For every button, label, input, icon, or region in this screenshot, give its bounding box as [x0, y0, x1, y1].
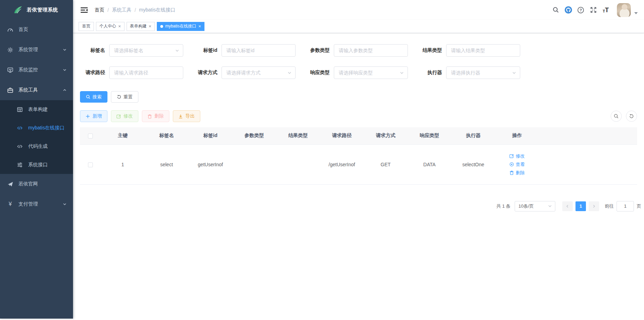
search-button[interactable]: 搜索 [80, 91, 107, 103]
search-icon [86, 95, 90, 99]
sidebar-item-label: 表单构建 [28, 106, 48, 113]
result-type-field[interactable] [446, 44, 520, 57]
next-page-button[interactable] [589, 201, 599, 211]
row-checkbox[interactable] [88, 162, 93, 167]
executor-select[interactable] [446, 66, 520, 79]
table-row[interactable]: 1 select getUserInof /getUserInof GET DA… [80, 144, 637, 184]
reset-button[interactable]: 重置 [111, 91, 138, 103]
plus-icon [86, 114, 90, 119]
tab-form-builder[interactable]: 表单构建 × [127, 22, 155, 31]
close-icon[interactable]: × [149, 24, 152, 29]
field-label: 结果类型 [417, 47, 446, 54]
row-edit-label: 修改 [516, 152, 525, 160]
page-1-button[interactable]: 1 [575, 201, 586, 211]
field-label: 标签名 [80, 47, 109, 54]
add-button-label: 新增 [92, 113, 102, 119]
system-tools-submenu: 表单构建 mybatis在线接口 代码生成 [0, 100, 73, 174]
sidebar-item-label: 首页 [18, 26, 28, 33]
request-path-field[interactable] [109, 66, 183, 79]
data-table: 主键 标签名 标签id 参数类型 结果类型 请求路径 请求方式 响应类型 执行器… [80, 127, 637, 185]
help-button[interactable]: ? [574, 4, 587, 16]
cell-tag-id: getUserInof [188, 144, 232, 184]
column-header: 请求路径 [320, 127, 364, 144]
sidebar-item-ruoyi-website[interactable]: 若依官网 [0, 174, 73, 194]
goto-label: 前往 [605, 203, 614, 209]
cell-response-type: DATA [408, 144, 451, 184]
sidebar-item-home[interactable]: 首页 [0, 19, 73, 40]
sidebar-item-mybatis-online-api[interactable]: mybatis在线接口 [0, 119, 73, 137]
breadcrumb-current: mybatis在线接口 [139, 7, 175, 13]
add-button[interactable]: 新增 [80, 110, 107, 122]
breadcrumb-home[interactable]: 首页 [95, 7, 104, 13]
chevron-down-icon [63, 202, 67, 206]
row-view-link[interactable]: 查看 [509, 161, 525, 168]
breadcrumb-separator: / [107, 7, 109, 13]
field-label: 请求方式 [192, 70, 222, 76]
active-tab-dot [160, 25, 163, 28]
fullscreen-button[interactable] [587, 4, 599, 16]
breadcrumb-system-tools[interactable]: 系统工具 [112, 7, 131, 13]
refresh-table-button[interactable] [626, 111, 637, 122]
field-label: 响应类型 [305, 70, 334, 76]
result-type-input[interactable] [451, 48, 516, 53]
row-edit-link[interactable]: 修改 [509, 152, 525, 160]
toggle-search-button[interactable] [611, 111, 622, 122]
sidebar-item-system-tools[interactable]: 系统工具 [0, 80, 73, 100]
edit-button[interactable]: 修改 [111, 110, 138, 122]
table-header-row: 主键 标签名 标签id 参数类型 结果类型 请求路径 请求方式 响应类型 执行器… [80, 127, 637, 144]
tab-mybatis-online-api[interactable]: mybatis在线接口 × [157, 22, 204, 31]
tag-name-select[interactable] [109, 44, 183, 57]
cell-result-type [276, 144, 320, 184]
sidebar-item-system-monitor[interactable]: 系统监控 [0, 60, 73, 80]
sidebar-toggle-button[interactable] [79, 6, 89, 15]
cell-tag-name: select [145, 144, 188, 184]
request-method-select-input[interactable] [226, 70, 287, 75]
app-logo[interactable]: 若依管理系统 [0, 0, 73, 19]
hamburger-icon [81, 7, 88, 13]
export-button[interactable]: 导出 [173, 110, 200, 122]
executor-select-input[interactable] [451, 70, 512, 75]
sidebar-item-system-management[interactable]: 系统管理 [0, 40, 73, 60]
tag-id-input[interactable] [226, 48, 292, 53]
param-type-field[interactable] [334, 44, 408, 57]
response-type-select-input[interactable] [339, 70, 400, 75]
tag-id-field[interactable] [222, 44, 296, 57]
github-link-button[interactable] [562, 4, 574, 16]
sidebar: 若依管理系统 首页 系统管理 [0, 0, 73, 319]
close-icon[interactable]: × [199, 24, 201, 29]
sidebar-item-label: 代码生成 [28, 143, 48, 150]
tab-home[interactable]: 首页 [79, 22, 94, 31]
delete-button[interactable]: 删除 [142, 110, 169, 122]
select-all-checkbox[interactable] [88, 134, 93, 138]
response-type-select[interactable] [334, 66, 408, 79]
goto-page-input[interactable] [617, 201, 634, 211]
prev-page-button[interactable] [562, 201, 573, 211]
sidebar-item-payment-management[interactable]: ¥ 支付管理 [0, 194, 73, 214]
close-icon[interactable]: × [118, 24, 121, 29]
user-menu[interactable] [617, 3, 639, 17]
tag-name-select-input[interactable] [114, 48, 175, 53]
chevron-down-icon [63, 68, 67, 72]
sidebar-item-code-generation[interactable]: 代码生成 [0, 137, 73, 155]
header-search-button[interactable] [549, 4, 562, 16]
github-icon [564, 6, 572, 14]
tab-profile[interactable]: 个人中心 × [96, 22, 124, 31]
row-delete-link[interactable]: 删除 [509, 169, 525, 177]
column-header: 请求方式 [364, 127, 408, 144]
sidebar-item-form-builder[interactable]: 表单构建 [0, 100, 73, 119]
edit-icon [116, 114, 121, 119]
request-path-input[interactable] [114, 70, 179, 75]
param-type-input[interactable] [339, 48, 404, 53]
gear-icon [7, 47, 13, 53]
cell-request-path: /getUserInof [320, 144, 364, 184]
sidebar-item-system-api[interactable]: 系统接口 [0, 155, 73, 174]
request-method-select[interactable] [222, 66, 296, 79]
chevron-down-icon [63, 48, 67, 52]
refresh-icon [117, 95, 121, 99]
avatar[interactable] [617, 3, 631, 17]
column-header: 标签名 [145, 127, 188, 144]
page-size-select[interactable]: 10条/页 [515, 201, 555, 211]
table-toolbar: 新增 修改 删除 导出 [80, 110, 637, 122]
row-delete-label: 删除 [516, 169, 525, 177]
font-size-button[interactable]: TT [599, 4, 612, 16]
